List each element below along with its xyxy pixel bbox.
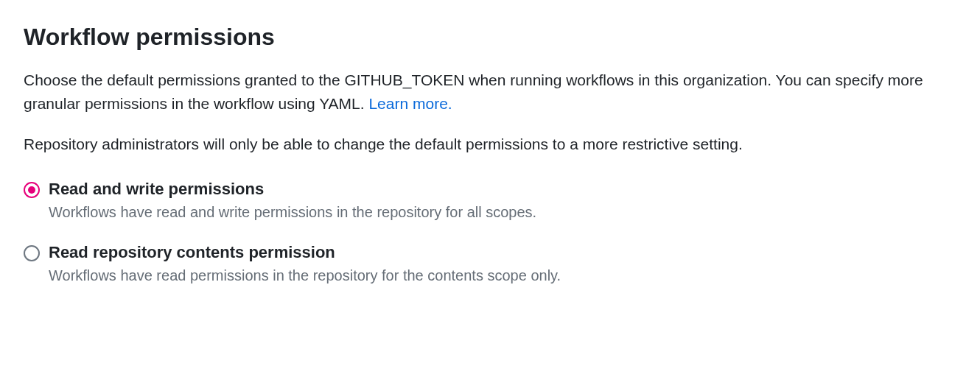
section-description: Choose the default permissions granted t… bbox=[24, 68, 956, 115]
radio-input-read-only[interactable] bbox=[24, 245, 40, 261]
permissions-radio-group: Read and write permissions Workflows hav… bbox=[24, 180, 956, 286]
radio-description-read-only: Workflows have read permissions in the r… bbox=[49, 265, 561, 286]
radio-content: Read and write permissions Workflows hav… bbox=[49, 180, 536, 222]
admin-note: Repository administrators will only be a… bbox=[24, 133, 956, 156]
radio-option-read-only: Read repository contents permission Work… bbox=[24, 243, 956, 286]
radio-description-read-write: Workflows have read and write permission… bbox=[49, 202, 536, 222]
learn-more-link[interactable]: Learn more. bbox=[368, 95, 452, 112]
radio-option-read-write: Read and write permissions Workflows hav… bbox=[24, 180, 956, 222]
radio-label-read-only[interactable]: Read repository contents permission bbox=[49, 243, 561, 262]
radio-content: Read repository contents permission Work… bbox=[49, 243, 561, 286]
radio-input-read-write[interactable] bbox=[24, 182, 40, 198]
description-text: Choose the default permissions granted t… bbox=[24, 71, 923, 112]
section-heading: Workflow permissions bbox=[24, 24, 956, 51]
radio-label-read-write[interactable]: Read and write permissions bbox=[49, 180, 536, 199]
